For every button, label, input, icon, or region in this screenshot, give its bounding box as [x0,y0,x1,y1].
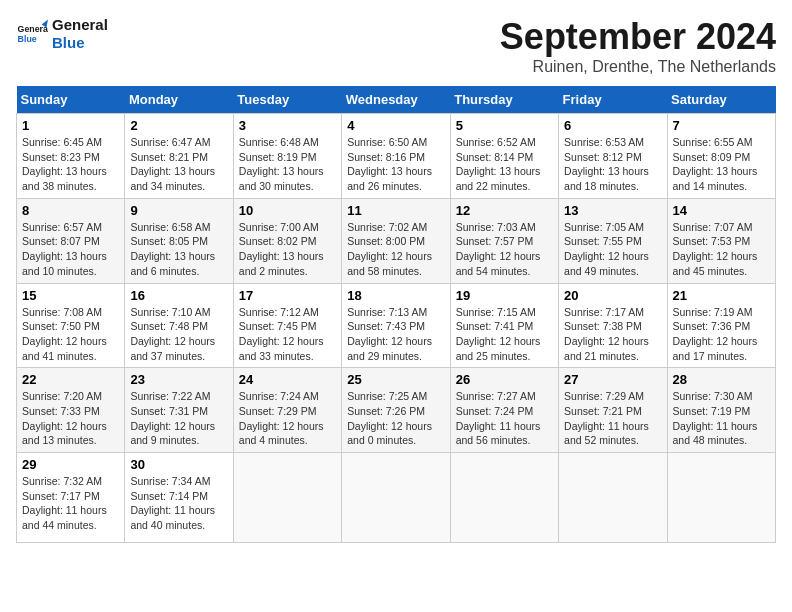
day-detail: Sunrise: 7:15 AM Sunset: 7:41 PM Dayligh… [456,305,553,364]
calendar-day-cell: 16Sunrise: 7:10 AM Sunset: 7:48 PM Dayli… [125,283,233,368]
day-detail: Sunrise: 7:30 AM Sunset: 7:19 PM Dayligh… [673,389,770,448]
day-number: 1 [22,118,119,133]
day-detail: Sunrise: 7:27 AM Sunset: 7:24 PM Dayligh… [456,389,553,448]
calendar-day-cell: 3Sunrise: 6:48 AM Sunset: 8:19 PM Daylig… [233,114,341,199]
day-number: 28 [673,372,770,387]
calendar-day-cell: 6Sunrise: 6:53 AM Sunset: 8:12 PM Daylig… [559,114,667,199]
calendar-day-cell: 4Sunrise: 6:50 AM Sunset: 8:16 PM Daylig… [342,114,450,199]
calendar-day-cell [342,453,450,543]
col-header-saturday: Saturday [667,86,775,114]
day-number: 3 [239,118,336,133]
calendar-day-cell: 10Sunrise: 7:00 AM Sunset: 8:02 PM Dayli… [233,198,341,283]
day-detail: Sunrise: 7:19 AM Sunset: 7:36 PM Dayligh… [673,305,770,364]
calendar-day-cell: 7Sunrise: 6:55 AM Sunset: 8:09 PM Daylig… [667,114,775,199]
day-number: 21 [673,288,770,303]
day-detail: Sunrise: 7:22 AM Sunset: 7:31 PM Dayligh… [130,389,227,448]
calendar-day-cell [559,453,667,543]
day-number: 25 [347,372,444,387]
day-detail: Sunrise: 7:12 AM Sunset: 7:45 PM Dayligh… [239,305,336,364]
day-detail: Sunrise: 6:47 AM Sunset: 8:21 PM Dayligh… [130,135,227,194]
day-detail: Sunrise: 7:02 AM Sunset: 8:00 PM Dayligh… [347,220,444,279]
day-detail: Sunrise: 6:58 AM Sunset: 8:05 PM Dayligh… [130,220,227,279]
day-detail: Sunrise: 6:48 AM Sunset: 8:19 PM Dayligh… [239,135,336,194]
day-detail: Sunrise: 6:52 AM Sunset: 8:14 PM Dayligh… [456,135,553,194]
col-header-monday: Monday [125,86,233,114]
calendar-header-row: SundayMondayTuesdayWednesdayThursdayFrid… [17,86,776,114]
day-detail: Sunrise: 7:13 AM Sunset: 7:43 PM Dayligh… [347,305,444,364]
calendar-day-cell: 14Sunrise: 7:07 AM Sunset: 7:53 PM Dayli… [667,198,775,283]
calendar-day-cell: 26Sunrise: 7:27 AM Sunset: 7:24 PM Dayli… [450,368,558,453]
calendar-day-cell: 24Sunrise: 7:24 AM Sunset: 7:29 PM Dayli… [233,368,341,453]
day-number: 8 [22,203,119,218]
day-detail: Sunrise: 7:34 AM Sunset: 7:14 PM Dayligh… [130,474,227,533]
calendar-day-cell: 11Sunrise: 7:02 AM Sunset: 8:00 PM Dayli… [342,198,450,283]
col-header-wednesday: Wednesday [342,86,450,114]
calendar-day-cell: 1Sunrise: 6:45 AM Sunset: 8:23 PM Daylig… [17,114,125,199]
col-header-tuesday: Tuesday [233,86,341,114]
month-title: September 2024 [500,16,776,58]
day-number: 7 [673,118,770,133]
day-number: 14 [673,203,770,218]
calendar-day-cell: 30Sunrise: 7:34 AM Sunset: 7:14 PM Dayli… [125,453,233,543]
calendar-day-cell: 2Sunrise: 6:47 AM Sunset: 8:21 PM Daylig… [125,114,233,199]
day-number: 16 [130,288,227,303]
title-area: September 2024 Ruinen, Drenthe, The Neth… [500,16,776,76]
day-number: 10 [239,203,336,218]
calendar-day-cell: 8Sunrise: 6:57 AM Sunset: 8:07 PM Daylig… [17,198,125,283]
day-detail: Sunrise: 6:53 AM Sunset: 8:12 PM Dayligh… [564,135,661,194]
logo-line1: General [52,16,108,34]
day-detail: Sunrise: 6:50 AM Sunset: 8:16 PM Dayligh… [347,135,444,194]
day-number: 9 [130,203,227,218]
day-detail: Sunrise: 7:00 AM Sunset: 8:02 PM Dayligh… [239,220,336,279]
page-header: General Blue General Blue September 2024… [16,16,776,76]
col-header-sunday: Sunday [17,86,125,114]
calendar-day-cell: 25Sunrise: 7:25 AM Sunset: 7:26 PM Dayli… [342,368,450,453]
calendar-day-cell: 20Sunrise: 7:17 AM Sunset: 7:38 PM Dayli… [559,283,667,368]
logo: General Blue General Blue [16,16,108,52]
calendar-week-row: 8Sunrise: 6:57 AM Sunset: 8:07 PM Daylig… [17,198,776,283]
calendar-day-cell [450,453,558,543]
calendar-day-cell: 22Sunrise: 7:20 AM Sunset: 7:33 PM Dayli… [17,368,125,453]
calendar-day-cell: 13Sunrise: 7:05 AM Sunset: 7:55 PM Dayli… [559,198,667,283]
day-detail: Sunrise: 6:55 AM Sunset: 8:09 PM Dayligh… [673,135,770,194]
day-detail: Sunrise: 7:17 AM Sunset: 7:38 PM Dayligh… [564,305,661,364]
day-number: 4 [347,118,444,133]
col-header-thursday: Thursday [450,86,558,114]
calendar-day-cell: 18Sunrise: 7:13 AM Sunset: 7:43 PM Dayli… [342,283,450,368]
calendar-day-cell: 9Sunrise: 6:58 AM Sunset: 8:05 PM Daylig… [125,198,233,283]
calendar-week-row: 22Sunrise: 7:20 AM Sunset: 7:33 PM Dayli… [17,368,776,453]
day-number: 19 [456,288,553,303]
day-number: 12 [456,203,553,218]
calendar-day-cell: 15Sunrise: 7:08 AM Sunset: 7:50 PM Dayli… [17,283,125,368]
col-header-friday: Friday [559,86,667,114]
day-number: 27 [564,372,661,387]
day-detail: Sunrise: 6:45 AM Sunset: 8:23 PM Dayligh… [22,135,119,194]
calendar-week-row: 15Sunrise: 7:08 AM Sunset: 7:50 PM Dayli… [17,283,776,368]
day-detail: Sunrise: 7:29 AM Sunset: 7:21 PM Dayligh… [564,389,661,448]
calendar-day-cell: 5Sunrise: 6:52 AM Sunset: 8:14 PM Daylig… [450,114,558,199]
day-number: 13 [564,203,661,218]
day-number: 22 [22,372,119,387]
day-detail: Sunrise: 6:57 AM Sunset: 8:07 PM Dayligh… [22,220,119,279]
day-number: 26 [456,372,553,387]
day-number: 24 [239,372,336,387]
calendar-day-cell: 17Sunrise: 7:12 AM Sunset: 7:45 PM Dayli… [233,283,341,368]
location-title: Ruinen, Drenthe, The Netherlands [500,58,776,76]
day-number: 5 [456,118,553,133]
day-number: 30 [130,457,227,472]
day-number: 18 [347,288,444,303]
calendar-day-cell: 29Sunrise: 7:32 AM Sunset: 7:17 PM Dayli… [17,453,125,543]
day-number: 20 [564,288,661,303]
svg-text:Blue: Blue [18,34,37,44]
calendar-day-cell [667,453,775,543]
day-number: 2 [130,118,227,133]
calendar-day-cell: 27Sunrise: 7:29 AM Sunset: 7:21 PM Dayli… [559,368,667,453]
day-detail: Sunrise: 7:07 AM Sunset: 7:53 PM Dayligh… [673,220,770,279]
day-detail: Sunrise: 7:25 AM Sunset: 7:26 PM Dayligh… [347,389,444,448]
calendar-day-cell: 12Sunrise: 7:03 AM Sunset: 7:57 PM Dayli… [450,198,558,283]
logo-line2: Blue [52,34,108,52]
calendar-week-row: 1Sunrise: 6:45 AM Sunset: 8:23 PM Daylig… [17,114,776,199]
calendar-day-cell: 23Sunrise: 7:22 AM Sunset: 7:31 PM Dayli… [125,368,233,453]
calendar-day-cell: 21Sunrise: 7:19 AM Sunset: 7:36 PM Dayli… [667,283,775,368]
day-number: 17 [239,288,336,303]
